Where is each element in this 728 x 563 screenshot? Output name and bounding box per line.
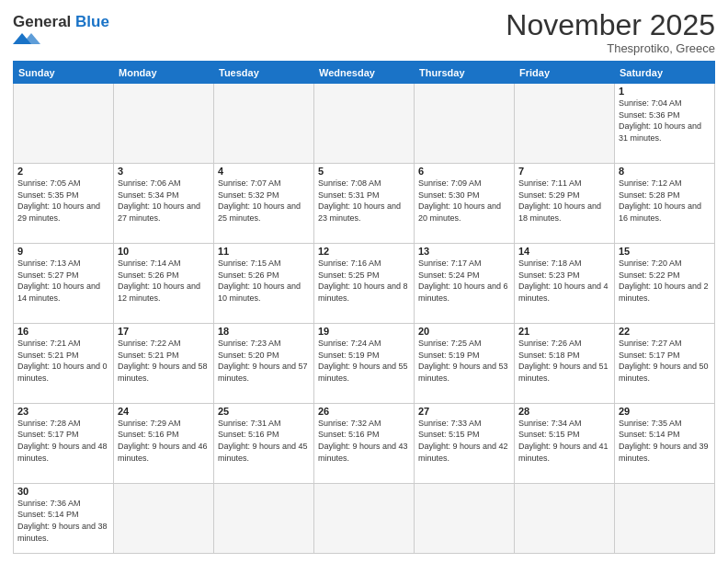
- col-saturday: Saturday: [615, 62, 715, 84]
- table-row: 9Sunrise: 7:13 AM Sunset: 5:27 PM Daylig…: [14, 244, 114, 324]
- table-row: [214, 84, 314, 164]
- table-row: 24Sunrise: 7:29 AM Sunset: 5:16 PM Dayli…: [114, 403, 214, 483]
- day-number: 17: [118, 326, 210, 337]
- day-info: Sunrise: 7:32 AM Sunset: 5:16 PM Dayligh…: [318, 418, 410, 464]
- day-info: Sunrise: 7:05 AM Sunset: 5:35 PM Dayligh…: [17, 178, 109, 224]
- table-row: 13Sunrise: 7:17 AM Sunset: 5:24 PM Dayli…: [415, 244, 515, 324]
- day-info: Sunrise: 7:34 AM Sunset: 5:15 PM Dayligh…: [518, 418, 610, 464]
- table-row: 6Sunrise: 7:09 AM Sunset: 5:30 PM Daylig…: [415, 164, 515, 244]
- day-number: 24: [118, 406, 210, 417]
- day-number: 16: [17, 326, 109, 337]
- day-number: 21: [518, 326, 610, 337]
- day-number: 13: [418, 246, 510, 257]
- table-row: [314, 483, 415, 553]
- col-thursday: Thursday: [415, 62, 515, 84]
- calendar-header-row: Sunday Monday Tuesday Wednesday Thursday…: [14, 62, 715, 84]
- day-number: 27: [418, 406, 510, 417]
- calendar-week-row: 23Sunrise: 7:28 AM Sunset: 5:17 PM Dayli…: [14, 403, 715, 483]
- header: General Blue November 2025 Thesprotiko, …: [13, 9, 715, 55]
- calendar-week-row: 30Sunrise: 7:36 AM Sunset: 5:14 PM Dayli…: [14, 483, 715, 553]
- day-number: 29: [619, 406, 711, 417]
- day-info: Sunrise: 7:35 AM Sunset: 5:14 PM Dayligh…: [619, 418, 711, 464]
- day-info: Sunrise: 7:09 AM Sunset: 5:30 PM Dayligh…: [418, 178, 510, 224]
- page: General Blue November 2025 Thesprotiko, …: [0, 0, 728, 563]
- calendar-week-row: 9Sunrise: 7:13 AM Sunset: 5:27 PM Daylig…: [14, 244, 715, 324]
- day-number: 14: [518, 246, 610, 257]
- day-number: 4: [218, 166, 310, 177]
- day-number: 15: [619, 246, 711, 257]
- calendar-week-row: 1Sunrise: 7:04 AM Sunset: 5:36 PM Daylig…: [14, 84, 715, 164]
- table-row: 10Sunrise: 7:14 AM Sunset: 5:26 PM Dayli…: [114, 244, 214, 324]
- col-wednesday: Wednesday: [314, 62, 415, 84]
- day-info: Sunrise: 7:06 AM Sunset: 5:34 PM Dayligh…: [118, 178, 210, 224]
- day-number: 2: [17, 166, 109, 177]
- day-info: Sunrise: 7:12 AM Sunset: 5:28 PM Dayligh…: [619, 178, 711, 224]
- day-number: 1: [619, 86, 711, 97]
- day-info: Sunrise: 7:28 AM Sunset: 5:17 PM Dayligh…: [17, 418, 109, 464]
- col-friday: Friday: [515, 62, 615, 84]
- day-info: Sunrise: 7:16 AM Sunset: 5:25 PM Dayligh…: [318, 258, 410, 304]
- table-row: [515, 84, 615, 164]
- day-number: 26: [318, 406, 410, 417]
- table-row: 7Sunrise: 7:11 AM Sunset: 5:29 PM Daylig…: [515, 164, 615, 244]
- table-row: 8Sunrise: 7:12 AM Sunset: 5:28 PM Daylig…: [615, 164, 715, 244]
- table-row: 23Sunrise: 7:28 AM Sunset: 5:17 PM Dayli…: [14, 403, 114, 483]
- day-number: 30: [17, 486, 109, 497]
- location-subtitle: Thesprotiko, Greece: [506, 41, 715, 55]
- calendar-table: Sunday Monday Tuesday Wednesday Thursday…: [13, 61, 715, 554]
- day-number: 28: [518, 406, 610, 417]
- day-info: Sunrise: 7:36 AM Sunset: 5:14 PM Dayligh…: [17, 498, 109, 544]
- day-number: 25: [218, 406, 310, 417]
- table-row: 15Sunrise: 7:20 AM Sunset: 5:22 PM Dayli…: [615, 244, 715, 324]
- day-info: Sunrise: 7:23 AM Sunset: 5:20 PM Dayligh…: [218, 338, 310, 384]
- table-row: 3Sunrise: 7:06 AM Sunset: 5:34 PM Daylig…: [114, 164, 214, 244]
- table-row: [14, 84, 114, 164]
- table-row: [615, 483, 715, 553]
- table-row: [515, 483, 615, 553]
- table-row: 27Sunrise: 7:33 AM Sunset: 5:15 PM Dayli…: [415, 403, 515, 483]
- table-row: 5Sunrise: 7:08 AM Sunset: 5:31 PM Daylig…: [314, 164, 415, 244]
- logo: General Blue: [13, 13, 109, 52]
- day-info: Sunrise: 7:33 AM Sunset: 5:15 PM Dayligh…: [418, 418, 510, 464]
- table-row: 21Sunrise: 7:26 AM Sunset: 5:18 PM Dayli…: [515, 323, 615, 403]
- table-row: 16Sunrise: 7:21 AM Sunset: 5:21 PM Dayli…: [14, 323, 114, 403]
- table-row: [314, 84, 415, 164]
- table-row: 4Sunrise: 7:07 AM Sunset: 5:32 PM Daylig…: [214, 164, 314, 244]
- day-info: Sunrise: 7:29 AM Sunset: 5:16 PM Dayligh…: [118, 418, 210, 464]
- day-number: 9: [17, 246, 109, 257]
- table-row: 14Sunrise: 7:18 AM Sunset: 5:23 PM Dayli…: [515, 244, 615, 324]
- day-info: Sunrise: 7:13 AM Sunset: 5:27 PM Dayligh…: [17, 258, 109, 304]
- day-info: Sunrise: 7:26 AM Sunset: 5:18 PM Dayligh…: [518, 338, 610, 384]
- table-row: 18Sunrise: 7:23 AM Sunset: 5:20 PM Dayli…: [214, 323, 314, 403]
- logo-text: General Blue: [13, 13, 109, 30]
- day-info: Sunrise: 7:25 AM Sunset: 5:19 PM Dayligh…: [418, 338, 510, 384]
- month-title: November 2025: [506, 9, 715, 41]
- day-number: 18: [218, 326, 310, 337]
- table-row: 29Sunrise: 7:35 AM Sunset: 5:14 PM Dayli…: [615, 403, 715, 483]
- table-row: [114, 84, 214, 164]
- day-number: 8: [619, 166, 711, 177]
- table-row: 2Sunrise: 7:05 AM Sunset: 5:35 PM Daylig…: [14, 164, 114, 244]
- table-row: 26Sunrise: 7:32 AM Sunset: 5:16 PM Dayli…: [314, 403, 415, 483]
- table-row: 22Sunrise: 7:27 AM Sunset: 5:17 PM Dayli…: [615, 323, 715, 403]
- day-info: Sunrise: 7:08 AM Sunset: 5:31 PM Dayligh…: [318, 178, 410, 224]
- day-number: 3: [118, 166, 210, 177]
- table-row: 30Sunrise: 7:36 AM Sunset: 5:14 PM Dayli…: [14, 483, 114, 553]
- table-row: [114, 483, 214, 553]
- day-info: Sunrise: 7:24 AM Sunset: 5:19 PM Dayligh…: [318, 338, 410, 384]
- day-number: 22: [619, 326, 711, 337]
- calendar-week-row: 16Sunrise: 7:21 AM Sunset: 5:21 PM Dayli…: [14, 323, 715, 403]
- day-info: Sunrise: 7:07 AM Sunset: 5:32 PM Dayligh…: [218, 178, 310, 224]
- table-row: [415, 483, 515, 553]
- day-number: 6: [418, 166, 510, 177]
- day-info: Sunrise: 7:15 AM Sunset: 5:26 PM Dayligh…: [218, 258, 310, 304]
- col-sunday: Sunday: [14, 62, 114, 84]
- table-row: 20Sunrise: 7:25 AM Sunset: 5:19 PM Dayli…: [415, 323, 515, 403]
- table-row: 11Sunrise: 7:15 AM Sunset: 5:26 PM Dayli…: [214, 244, 314, 324]
- day-info: Sunrise: 7:21 AM Sunset: 5:21 PM Dayligh…: [17, 338, 109, 384]
- table-row: 25Sunrise: 7:31 AM Sunset: 5:16 PM Dayli…: [214, 403, 314, 483]
- day-number: 5: [318, 166, 410, 177]
- day-number: 11: [218, 246, 310, 257]
- day-number: 23: [17, 406, 109, 417]
- day-number: 20: [418, 326, 510, 337]
